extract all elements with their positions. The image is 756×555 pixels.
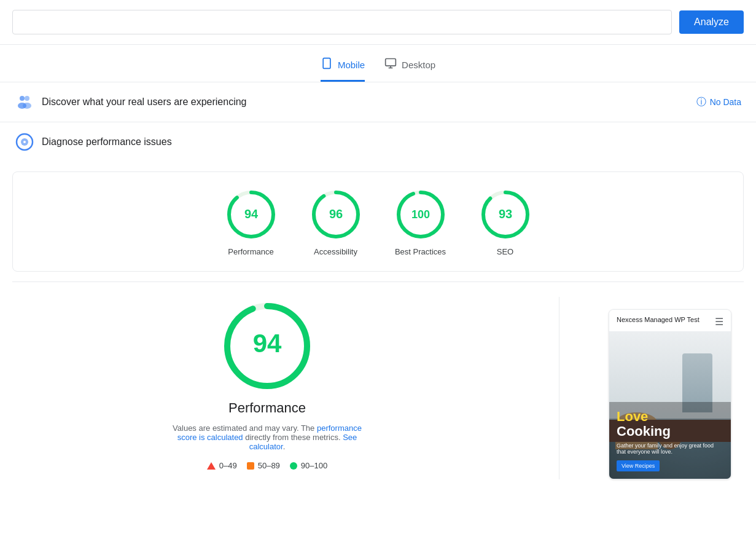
score-item-performance: 94 Performance <box>224 187 279 256</box>
scores-container: 94 Performance 96 Accessibility 100 Best… <box>12 171 744 272</box>
pass-icon <box>290 462 297 470</box>
svg-rect-0 <box>323 58 330 69</box>
svg-text:93: 93 <box>498 207 512 221</box>
svg-text:94: 94 <box>253 329 282 358</box>
phone-menu-icon: ☰ <box>715 316 723 328</box>
phone-heading-white: Cooking <box>617 423 671 439</box>
phone-site-name: Nexcess Managed WP Test <box>617 316 699 323</box>
svg-point-6 <box>25 96 29 101</box>
tab-mobile-label: Mobile <box>338 60 365 70</box>
seo-label: SEO <box>497 247 513 256</box>
tab-mobile[interactable]: Mobile <box>321 57 365 82</box>
fail-icon <box>207 462 216 470</box>
phone-preview: Nexcess Managed WP Test ☰ Love Cooking <box>609 309 731 479</box>
diagnose-title: Diagnose performance issues <box>42 136 172 148</box>
url-input[interactable]: https://nexwptest.cyou/ <box>12 10 672 34</box>
best-practices-label: Best Practices <box>395 247 446 256</box>
large-gauge: 94 <box>218 297 316 395</box>
svg-rect-2 <box>386 59 396 66</box>
svg-text:96: 96 <box>329 207 342 221</box>
tab-desktop[interactable]: Desktop <box>384 57 435 82</box>
divider-vertical <box>559 297 559 479</box>
fail-range: 0–49 <box>219 461 237 470</box>
desktop-icon <box>384 57 397 73</box>
phone-overlay: Love Cooking Gather your family and enjo… <box>609 402 731 479</box>
performance-note: Values are estimated and may vary. The p… <box>169 423 365 451</box>
diagnose-icon <box>15 132 34 152</box>
analyze-button[interactable]: Analyze <box>679 10 744 34</box>
tabs: Mobile Desktop <box>0 45 756 82</box>
legend-pass: 90–100 <box>290 461 327 470</box>
pass-range: 90–100 <box>301 461 327 470</box>
performance-main-label: Performance <box>228 400 306 416</box>
svg-text:100: 100 <box>411 208 429 221</box>
header: https://nexwptest.cyou/ Analyze <box>0 0 756 45</box>
phone-header: Nexcess Managed WP Test ☰ <box>609 310 731 331</box>
score-item-best-practices: 100 Best Practices <box>393 187 448 256</box>
legend-average: 50–89 <box>247 461 280 470</box>
performance-left: 94 Performance Values are estimated and … <box>25 297 510 479</box>
phone-heading: Love Cooking <box>617 409 723 439</box>
users-icon <box>15 92 34 112</box>
phone-preview-wrapper: Nexcess Managed WP Test ☰ Love Cooking <box>609 297 731 479</box>
legend-fail: 0–49 <box>207 461 237 470</box>
tab-desktop-label: Desktop <box>402 60 435 70</box>
score-item-seo: 93 SEO <box>478 187 533 256</box>
performance-section: 94 Performance Values are estimated and … <box>0 282 756 494</box>
real-users-title: Discover what your real users are experi… <box>42 96 246 108</box>
phone-cta-button[interactable]: View Recipes <box>617 460 660 471</box>
info-icon: ⓘ <box>696 96 706 109</box>
svg-point-5 <box>20 96 25 101</box>
legend: 0–49 50–89 90–100 <box>207 461 327 470</box>
average-range: 50–89 <box>258 461 280 470</box>
average-icon <box>247 462 254 470</box>
performance-label: Performance <box>228 247 273 256</box>
phone-subtext: Gather your family and enjoy great food … <box>617 443 723 455</box>
phone-image: Love Cooking Gather your family and enjo… <box>609 331 731 479</box>
accessibility-label: Accessibility <box>314 247 357 256</box>
no-data-label: No Data <box>710 97 741 107</box>
svg-point-8 <box>23 103 31 109</box>
phone-heading-yellow: Love <box>617 409 648 424</box>
real-users-section: Discover what your real users are experi… <box>0 82 756 122</box>
diagnose-section: Diagnose performance issues <box>0 122 756 162</box>
no-data-badge: ⓘ No Data <box>696 96 741 109</box>
mobile-icon <box>321 57 333 73</box>
svg-point-11 <box>23 141 26 143</box>
svg-text:94: 94 <box>244 207 258 221</box>
score-item-accessibility: 96 Accessibility <box>308 187 364 256</box>
